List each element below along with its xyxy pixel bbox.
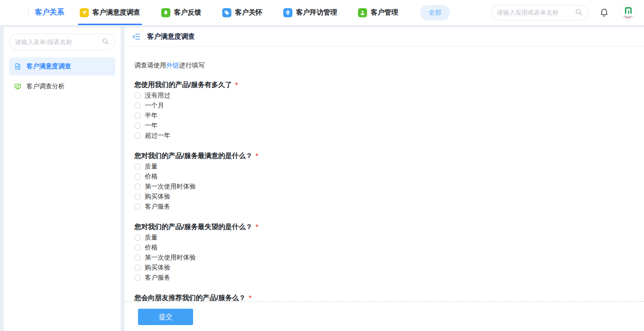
tab-label: 客户关怀: [235, 8, 262, 17]
radio-option[interactable]: 质量: [134, 162, 633, 172]
radio-circle-icon[interactable]: [134, 112, 141, 119]
tab-paper-plane[interactable]: 客户满意度调查: [80, 0, 140, 25]
radio-circle-icon[interactable]: [134, 102, 141, 109]
radio-option[interactable]: 一个月: [134, 101, 633, 111]
radio-option[interactable]: 第一次使用时体验: [134, 253, 633, 263]
questions-list: 您使用我们的产品/服务有多久了*没有用过一个月半年一年超过一年您对我们的产品/服…: [134, 80, 633, 302]
radio-option[interactable]: 价格: [134, 172, 633, 182]
sidebar-item-label: 客户调查分析: [26, 82, 65, 91]
submit-button[interactable]: 提交: [138, 309, 193, 325]
radio-circle-icon[interactable]: [134, 275, 141, 281]
tag-icon: [222, 8, 231, 17]
radio-circle-icon[interactable]: [134, 204, 141, 210]
notification-bell-icon[interactable]: [598, 6, 610, 19]
person-icon: [358, 8, 367, 17]
form-content: 调查请使用外链进行填写 您使用我们的产品/服务有多久了*没有用过一个月半年一年超…: [124, 46, 644, 331]
sidebar-item-label: 客户满意度调查: [26, 62, 71, 71]
question-label: 您会向朋友推荐我们的产品/服务么？*: [134, 293, 633, 302]
radio-circle-icon[interactable]: [134, 173, 141, 180]
options-list: 没有用过一个月半年一年超过一年: [134, 91, 633, 141]
collapse-sidebar-icon[interactable]: [131, 32, 141, 42]
main-header: 客户满意度调查: [124, 27, 644, 46]
app-title[interactable]: 客户关系: [35, 8, 64, 17]
paper-plane-icon: [80, 8, 89, 17]
global-search-input[interactable]: [497, 9, 575, 16]
radio-circle-icon[interactable]: [134, 122, 141, 129]
option-label: 一年: [145, 122, 158, 130]
tab-label: 客户管理: [371, 8, 398, 17]
radio-option[interactable]: 超过一年: [134, 131, 633, 141]
all-tabs-badge[interactable]: 全部: [420, 5, 450, 20]
org-logo-avatar[interactable]: [619, 4, 637, 21]
option-label: 质量: [145, 234, 158, 242]
search-icon[interactable]: [575, 8, 583, 17]
topbar-right: [491, 4, 637, 21]
location-pin-icon: [283, 8, 292, 17]
sidebar-item[interactable]: 客户调查分析: [9, 77, 115, 96]
radio-circle-icon[interactable]: [134, 194, 141, 200]
tab-location-pin[interactable]: 客户拜访管理: [283, 0, 337, 25]
radio-option[interactable]: 一年: [134, 121, 633, 131]
required-asterisk: *: [256, 223, 258, 230]
option-label: 超过一年: [145, 132, 170, 140]
tab-person[interactable]: 客户管理: [358, 0, 398, 25]
question-label: 您对我们的产品/服务最失望的是什么？*: [134, 222, 633, 231]
option-label: 一个月: [145, 102, 164, 110]
external-link[interactable]: 外链: [166, 61, 179, 69]
option-label: 价格: [145, 244, 158, 252]
sidebar: 客户满意度调查客户调查分析: [4, 27, 121, 331]
option-label: 客户服务: [145, 203, 170, 211]
search-icon[interactable]: [102, 37, 109, 46]
tab-label: 客户拜访管理: [296, 8, 337, 17]
question-block: 您对我们的产品/服务最满意的是什么？*质量价格第一次使用时体验购买体验客户服务: [134, 151, 633, 212]
radio-option[interactable]: 没有用过: [134, 91, 633, 101]
apps-grid-icon[interactable]: [7, 5, 22, 20]
radio-circle-icon[interactable]: [134, 183, 141, 190]
intro-text: 调查请使用外链进行填写: [134, 61, 633, 70]
radio-option[interactable]: 购买体验: [134, 263, 633, 273]
option-label: 客户服务: [145, 274, 170, 282]
tab-bell[interactable]: 客户反馈: [161, 0, 201, 25]
sidebar-search-input[interactable]: [15, 39, 102, 46]
option-label: 半年: [145, 112, 158, 120]
option-label: 第一次使用时体验: [145, 254, 196, 262]
radio-circle-icon[interactable]: [134, 244, 141, 251]
radio-option[interactable]: 质量: [134, 233, 633, 243]
sidebar-search: [9, 34, 115, 50]
top-tabs: 客户满意度调查客户反馈客户关怀客户拜访管理客户管理: [80, 0, 419, 25]
question-block: 您使用我们的产品/服务有多久了*没有用过一个月半年一年超过一年: [134, 80, 633, 141]
global-search: [491, 5, 588, 20]
radio-option[interactable]: 购买体验: [134, 192, 633, 202]
sidebar-item[interactable]: 客户满意度调查: [9, 57, 115, 76]
radio-circle-icon[interactable]: [134, 265, 141, 271]
options-list: 质量价格第一次使用时体验购买体验客户服务: [134, 162, 633, 212]
intro-prefix: 调查请使用: [134, 61, 166, 69]
question-block: 您对我们的产品/服务最失望的是什么？*质量价格第一次使用时体验购买体验客户服务: [134, 222, 633, 283]
radio-circle-icon[interactable]: [134, 234, 141, 241]
main-panel: 客户满意度调查 调查请使用外链进行填写 您使用我们的产品/服务有多久了*没有用过…: [124, 27, 644, 331]
required-asterisk: *: [235, 81, 238, 88]
radio-option[interactable]: 半年: [134, 111, 633, 121]
form-footer: 提交: [124, 301, 644, 331]
radio-option[interactable]: 价格: [134, 243, 633, 253]
radio-option[interactable]: 第一次使用时体验: [134, 182, 633, 192]
tab-tag[interactable]: 客户关怀: [222, 0, 262, 25]
option-label: 没有用过: [145, 92, 170, 100]
org-logo-glyph-icon: [624, 7, 632, 15]
option-label: 购买体验: [145, 193, 170, 201]
tab-label: 客户满意度调查: [92, 8, 140, 17]
radio-circle-icon[interactable]: [134, 132, 141, 139]
radio-circle-icon[interactable]: [134, 92, 141, 99]
radio-option[interactable]: 客户服务: [134, 202, 633, 212]
radio-circle-icon[interactable]: [134, 255, 141, 261]
page-title: 客户满意度调查: [147, 32, 195, 41]
bell-icon: [161, 8, 170, 17]
options-list: 质量价格第一次使用时体验购买体验客户服务: [134, 233, 633, 283]
logo-microtext: [625, 17, 631, 18]
sidebar-menu: 客户满意度调查客户调查分析: [9, 57, 115, 96]
required-asterisk: *: [249, 294, 251, 301]
question-block: 您会向朋友推荐我们的产品/服务么？*: [134, 293, 633, 302]
intro-suffix: 进行填写: [179, 61, 204, 69]
radio-circle-icon[interactable]: [134, 163, 141, 170]
radio-option[interactable]: 客户服务: [134, 273, 633, 283]
